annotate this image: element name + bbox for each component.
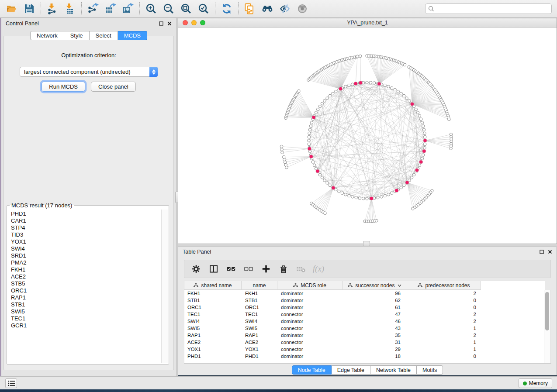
new-network-icon[interactable] [242,1,257,16]
table-toolbar: f(x) [184,260,551,278]
mcds-result-list[interactable]: PHD1CAR1STP4TID3YOX1SWI4SRD1PMA2FKH1ACE2… [8,210,161,363]
select-stepper-icon [149,67,158,77]
cell-successor-nodes: 43 [343,325,408,332]
cell-MCDS-role: dominator [278,290,343,297]
table-row[interactable]: SWI5SWI5connector431 [184,325,545,332]
zoom-fit-icon[interactable] [179,1,193,16]
hide-details-icon[interactable] [277,1,292,16]
list-item[interactable]: RAP1 [11,294,161,301]
table-body[interactable]: FKH1FKH1dominator962STB1STB1dominator620… [184,290,545,363]
minimize-window-button[interactable] [191,20,197,25]
export-table-icon[interactable] [103,1,118,16]
list-item[interactable]: TID3 [11,231,161,238]
deselect-all-icon[interactable] [244,264,253,274]
list-item[interactable]: SRD1 [11,252,161,259]
maximize-window-button[interactable] [200,20,205,25]
table-row[interactable]: RAP1RAP1dominator352 [184,332,545,339]
cell-name: STB1 [242,297,278,304]
table-row[interactable]: YOX1YOX1connector291 [184,346,545,353]
save-session-icon[interactable] [22,1,36,16]
zoom-out-icon[interactable] [161,1,176,16]
function-builder-icon[interactable]: f(x) [314,264,323,274]
close-panel-button[interactable]: Close panel [91,82,136,92]
table-row[interactable]: PHD1PHD1dominator180 [184,353,545,360]
import-table-icon[interactable] [62,1,77,16]
tab-mcds[interactable]: MCDS [118,31,147,40]
tab-style[interactable]: Style [64,31,90,40]
list-item[interactable]: ACE2 [11,273,161,280]
select-all-icon[interactable] [226,264,236,274]
list-item[interactable]: CAR1 [11,217,161,224]
table-row[interactable]: ACE2ACE2connector311 [184,339,545,346]
table-row[interactable]: STB1STB1dominator620 [184,297,545,304]
apply-layout-icon[interactable] [219,1,234,16]
show-details-icon[interactable] [295,1,309,16]
task-history-button[interactable] [5,378,17,388]
list-item[interactable]: YOX1 [11,238,161,245]
open-session-icon[interactable] [4,1,19,16]
gear-icon[interactable] [191,264,201,274]
cell-name: ACE2 [242,339,278,346]
list-scrollbar[interactable] [161,210,168,363]
list-item[interactable]: STB5 [11,280,161,287]
column-header-shared-name[interactable]: shared name [184,281,242,290]
memory-button[interactable]: Memory [519,378,552,388]
table-row[interactable]: FKH1FKH1dominator962 [184,290,545,297]
float-panel-icon[interactable] [159,21,163,26]
tab-motifs[interactable]: Motifs [417,365,443,375]
toolbar-separator [81,2,82,15]
network-canvas[interactable] [178,28,557,244]
list-item[interactable]: FKH1 [11,266,161,273]
list-item[interactable]: STB1 [11,301,161,308]
cell-successor-nodes: 31 [343,339,408,346]
tab-node-table[interactable]: Node Table [292,365,332,375]
column-header-MCDS-role[interactable]: MCDS role [277,281,343,290]
list-item[interactable]: TEC1 [11,315,161,322]
run-mcds-button[interactable]: Run MCDS [42,82,85,92]
search-box[interactable] [425,3,552,14]
table-scrollbar[interactable] [544,290,550,363]
tab-network-table[interactable]: Network Table [370,365,417,375]
find-icon[interactable] [260,1,274,16]
close-window-button[interactable] [183,20,188,25]
add-column-icon[interactable] [261,264,271,274]
network-window-titlebar[interactable]: YPA_prune.txt_1 [178,18,557,28]
search-input[interactable] [436,6,549,12]
list-item[interactable]: GCR1 [11,322,161,329]
export-network-icon[interactable] [86,1,100,16]
list-item[interactable]: ORC1 [11,287,161,294]
export-image-icon[interactable] [121,1,135,16]
delete-column-icon[interactable] [279,264,288,274]
close-panel-icon[interactable] [167,21,172,26]
tab-network[interactable]: Network [30,31,64,40]
list-item[interactable]: PHD1 [11,210,161,217]
cell-shared-name: ACE2 [184,339,242,346]
column-header-name[interactable]: name [242,281,277,290]
splitter-handle[interactable] [363,241,370,246]
cell-name: FKH1 [242,290,278,297]
list-item[interactable]: PMA2 [11,259,161,266]
zoom-in-icon[interactable] [144,1,158,16]
status-bar: Memory [0,376,557,389]
list-item[interactable]: SWI5 [11,308,161,315]
delete-table-icon[interactable] [296,264,306,274]
tab-select[interactable]: Select [90,31,118,40]
float-panel-icon[interactable] [540,250,544,254]
zoom-selected-icon[interactable] [196,1,211,16]
scrollbar-thumb[interactable] [545,292,549,330]
main-toolbar [0,0,557,18]
cell-predecessor-nodes: 2 [408,332,481,339]
column-layout-icon[interactable] [209,264,218,274]
table-row[interactable]: SWI4SWI4dominator462 [184,318,545,325]
column-header-successor-nodes[interactable]: successor nodes [343,281,407,290]
criterion-select[interactable]: largest connected component (undirected) [20,67,158,77]
column-header-predecessor-nodes[interactable]: predecessor nodes [407,281,481,290]
list-item[interactable]: SWI4 [11,245,161,252]
network-graph[interactable] [178,28,557,244]
list-item[interactable]: STP4 [11,224,161,231]
import-network-icon[interactable] [45,1,59,16]
table-row[interactable]: ORC1ORC1dominator610 [184,304,545,311]
close-panel-icon[interactable] [548,250,552,254]
table-row[interactable]: TEC1TEC1connector472 [184,311,545,318]
tab-edge-table[interactable]: Edge Table [332,365,370,375]
